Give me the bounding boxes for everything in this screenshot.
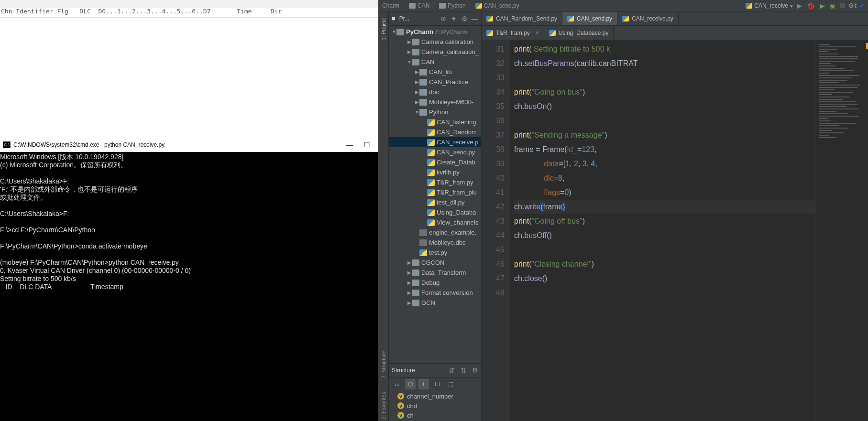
editor-tab[interactable]: CAN_receive.py (617, 12, 679, 25)
tree-item[interactable]: View_channels (389, 217, 481, 227)
tree-item[interactable]: ▼CAN (389, 57, 481, 67)
gear-icon[interactable]: ⚙ (461, 15, 468, 22)
tree-item[interactable]: test_dll.py (389, 197, 481, 207)
expand-icon[interactable]: ✦ (450, 15, 457, 22)
tree-item[interactable]: Create_Datab (389, 157, 481, 167)
tree-root[interactable]: ▼PyCharmF:\PyCharm (389, 27, 481, 37)
run-config-selector[interactable]: CAN_receive ▾ (746, 2, 793, 9)
tree-item[interactable]: engine_example. (389, 227, 481, 237)
minimize-button[interactable]: — (341, 139, 358, 151)
structure-item[interactable]: vchd (389, 401, 481, 410)
minimap-marker (866, 43, 868, 49)
python-file-icon (475, 3, 482, 9)
gear-icon[interactable]: ⚙ (472, 367, 478, 374)
editor-tab[interactable]: T&R_fram.py× (482, 26, 544, 40)
project-header: ■ Pr... ⊕ ✦ ⚙ — (389, 11, 481, 26)
structure-list[interactable]: vchannel_numbervchdvch (389, 390, 481, 421)
breadcrumb-python[interactable]: Python (448, 2, 465, 9)
tree-item[interactable]: kvrlib.py (389, 167, 481, 177)
project-selector[interactable]: Pr... (399, 15, 436, 22)
maximize-button[interactable]: ☐ (358, 139, 375, 151)
expand-icon[interactable]: ⇵ (449, 367, 455, 374)
ide-toolbar: Charm 〉 CAN 〉 Python 〉 CAN_send.py CAN_r… (378, 0, 868, 11)
sort-button[interactable]: ↓z (392, 379, 402, 389)
breadcrumb-can[interactable]: CAN (418, 2, 429, 9)
tree-item[interactable]: CAN_receive.p (389, 137, 481, 147)
debug-button[interactable]: 🐞 (807, 2, 815, 10)
project-tool-tab[interactable]: 1: Project (381, 16, 386, 42)
tree-item[interactable]: CAN_send.py (389, 147, 481, 157)
folder-icon (409, 3, 416, 9)
code-editor[interactable]: print( Setting bitrate to 500 kch.setBus… (510, 40, 815, 421)
tree-item[interactable]: CAN_listening (389, 117, 481, 127)
tree-item[interactable]: ▼Python (389, 107, 481, 117)
coverage-button[interactable]: ▶ (820, 2, 825, 10)
editor-tabs-row-2: T&R_fram.py×Using_Database.py (482, 26, 868, 40)
editor-tab[interactable]: CAN_Random_Send.py (482, 12, 562, 25)
cmd-window[interactable]: C:\ C:\WINDOWS\system32\cmd.exe - python… (0, 138, 378, 421)
output-title (0, 0, 378, 8)
run-button[interactable]: ▶ (797, 2, 802, 10)
structure-toolbar: ↓z ⬡ f ☐ ⬚ (389, 377, 481, 390)
structure-item[interactable]: vch (389, 410, 481, 420)
editor-tab[interactable]: Using_Database.py (544, 26, 614, 40)
editor-tab[interactable]: CAN_send.py (562, 12, 617, 25)
breadcrumb-file[interactable]: CAN_send.py (484, 2, 519, 9)
breadcrumb[interactable]: Charm 〉 CAN 〉 Python 〉 CAN_send.py (382, 1, 519, 10)
git-label[interactable]: Git: ✓ (849, 2, 864, 9)
minimap[interactable] (815, 40, 868, 421)
cmd-titlebar[interactable]: C:\ C:\WINDOWS\system32\cmd.exe - python… (0, 138, 378, 152)
tree-item[interactable]: ▶Camera_calibration_ (389, 47, 481, 57)
ide-window: Charm 〉 CAN 〉 Python 〉 CAN_send.py CAN_r… (378, 0, 868, 421)
tree-item[interactable]: T&R_fram_plu (389, 187, 481, 197)
output-columns: Chn Identifier Flg DLC D0...1...2...3...… (0, 8, 378, 17)
tree-item[interactable]: ▶Format conversion (389, 288, 481, 298)
output-window: Chn Identifier Flg DLC D0...1...2...3...… (0, 0, 378, 138)
tree-item[interactable]: ▶Debug (389, 278, 481, 288)
project-tree[interactable]: ▼PyCharmF:\PyCharm▶Camera calibration▶Ca… (389, 26, 481, 363)
tree-item[interactable]: test.py (389, 248, 481, 258)
stop-button[interactable] (840, 3, 845, 8)
profile-button[interactable]: ◉ (830, 2, 835, 10)
structure-title: Structure (392, 367, 444, 374)
run-config-name: CAN_receive (754, 2, 788, 9)
structure-header: Structure ⇵ ⇅ ⚙ (389, 364, 481, 377)
tree-item[interactable]: ▶Mobileye-M630- (389, 97, 481, 107)
filter-button[interactable]: ⬡ (405, 379, 416, 389)
folder-icon (439, 3, 446, 9)
collapse-icon[interactable]: ⇅ (460, 367, 467, 374)
inherited-button[interactable]: ☐ (432, 379, 442, 389)
structure-tool-tab[interactable]: 7: Structure (381, 349, 386, 380)
tree-item[interactable]: ▶Data_Transform (389, 268, 481, 278)
tree-item[interactable]: T&R_fram.py (389, 177, 481, 187)
output-body (0, 17, 378, 138)
target-icon[interactable]: ⊕ (440, 15, 447, 22)
hide-icon[interactable]: — (472, 15, 478, 22)
favorites-tool-tab[interactable]: 2: Favorites (381, 390, 386, 421)
cmd-title: C:\WINDOWS\system32\cmd.exe - python CAN… (13, 141, 165, 148)
tree-item[interactable]: ▶CAN_lib (389, 67, 481, 77)
tree-item[interactable]: Mobileye.dbc (389, 237, 481, 248)
tree-item[interactable]: Using_Databa (389, 207, 481, 217)
anon-button[interactable]: ⬚ (445, 379, 456, 389)
close-icon[interactable]: × (536, 30, 539, 36)
cmd-icon: C:\ (3, 141, 11, 148)
breadcrumb-app: Charm (382, 2, 399, 9)
editor-tabs-row-1: CAN_Random_Send.pyCAN_send.pyCAN_receive… (482, 11, 868, 26)
tree-item[interactable]: CAN_Random (389, 127, 481, 137)
tree-item[interactable]: ▶CAN_Practice (389, 77, 481, 87)
python-file-icon (746, 3, 752, 9)
tree-item[interactable]: ▶CGCON (389, 258, 481, 268)
structure-item[interactable]: vchannel_number (389, 391, 481, 401)
tree-item[interactable]: ▶Camera calibration (389, 37, 481, 47)
left-tool-tabs: 1: Project 7: Structure 2: Favorites (378, 11, 389, 421)
tree-item[interactable]: ▶doc (389, 87, 481, 97)
tree-item[interactable]: ▶GCN (389, 298, 481, 308)
line-gutter[interactable]: 313233343536373839404142434445464748 (482, 40, 510, 421)
cmd-body[interactable]: Microsoft Windows [版本 10.0.19042.928] (c… (0, 152, 378, 421)
fields-button[interactable]: f (418, 379, 429, 389)
